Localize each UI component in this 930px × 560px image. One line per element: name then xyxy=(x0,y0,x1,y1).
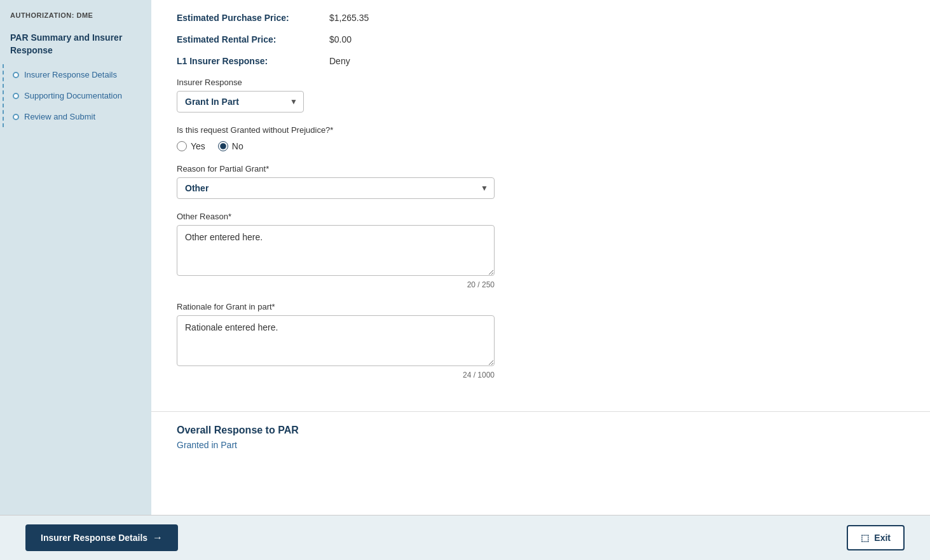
reason-partial-grant-label: Reason for Partial Grant* xyxy=(177,164,698,174)
rationale-textarea[interactable]: Rationale entered here. xyxy=(177,315,495,366)
radio-no-label[interactable]: No xyxy=(218,141,243,151)
sidebar-item-review-and-submit[interactable]: Review and Submit xyxy=(13,106,151,127)
radio-no-text: No xyxy=(232,141,243,151)
exit-button[interactable]: ⬚ Exit xyxy=(847,525,905,550)
overall-response-value: Granted in Part xyxy=(177,440,905,450)
granted-without-prejudice-question: Is this request Granted without Prejudic… xyxy=(177,125,698,135)
sidebar-item-label: Insurer Response Details xyxy=(24,70,117,79)
estimated-rental-price-label: Estimated Rental Price: xyxy=(177,34,317,44)
radio-group: Yes No xyxy=(177,141,698,151)
nav-dot xyxy=(13,72,19,78)
sidebar-main-item: PAR Summary and Insurer Response xyxy=(10,29,141,59)
estimated-rental-price-value: $0.00 xyxy=(329,34,352,44)
granted-without-prejudice-group: Is this request Granted without Prejudic… xyxy=(177,125,698,151)
arrow-right-icon: → xyxy=(153,532,163,543)
other-reason-label: Other Reason* xyxy=(177,212,698,221)
insurer-response-label: Insurer Response xyxy=(177,78,698,87)
l1-insurer-response-row: L1 Insurer Response: Deny xyxy=(177,56,698,66)
radio-yes[interactable] xyxy=(177,141,187,151)
exit-icon: ⬚ xyxy=(861,533,869,543)
radio-yes-text: Yes xyxy=(191,141,205,151)
other-reason-char-count: 20 / 250 xyxy=(177,280,495,289)
sidebar-item-supporting-documentation[interactable]: Supporting Documentation xyxy=(13,85,151,106)
sidebar-item-label: Review and Submit xyxy=(24,112,95,121)
rationale-label: Rationale for Grant in part* xyxy=(177,302,698,311)
l1-insurer-response-value: Deny xyxy=(329,56,350,66)
sidebar-header: AUTHORIZATION: DME xyxy=(0,8,151,25)
sidebar-item-label: Supporting Documentation xyxy=(24,91,122,100)
estimated-purchase-price-value: $1,265.35 xyxy=(329,13,369,23)
insurer-response-select-wrapper: Grant In Part Grant Deny ▼ xyxy=(177,91,304,113)
reason-partial-grant-group: Reason for Partial Grant* Other Medical … xyxy=(177,164,698,199)
main-content: Estimated Purchase Price: $1,265.35 Esti… xyxy=(151,0,930,515)
estimated-purchase-price-row: Estimated Purchase Price: $1,265.35 xyxy=(177,13,698,23)
reason-partial-grant-select[interactable]: Other Medical Necessity Plan Limitation xyxy=(177,177,495,199)
radio-yes-label[interactable]: Yes xyxy=(177,141,205,151)
other-reason-textarea[interactable]: Other entered here. xyxy=(177,225,495,276)
exit-button-label: Exit xyxy=(874,533,891,543)
sidebar: AUTHORIZATION: DME PAR Summary and Insur… xyxy=(0,0,151,515)
overall-response-section: Overall Response to PAR Granted in Part xyxy=(151,411,930,463)
insurer-response-group: Insurer Response Grant In Part Grant Den… xyxy=(177,78,698,113)
reason-partial-grant-select-wrapper: Other Medical Necessity Plan Limitation … xyxy=(177,177,495,199)
overall-response-title: Overall Response to PAR xyxy=(177,425,905,436)
insurer-response-details-button[interactable]: Insurer Response Details → xyxy=(25,524,178,551)
rationale-group: Rationale for Grant in part* Rationale e… xyxy=(177,302,698,379)
estimated-rental-price-row: Estimated Rental Price: $0.00 xyxy=(177,34,698,44)
nav-dot xyxy=(13,114,19,120)
insurer-response-select[interactable]: Grant In Part Grant Deny xyxy=(177,91,304,113)
sidebar-item-insurer-response-details[interactable]: Insurer Response Details xyxy=(13,64,151,85)
footer: Insurer Response Details → ⬚ Exit xyxy=(0,515,930,560)
rationale-char-count: 24 / 1000 xyxy=(177,371,495,379)
radio-no[interactable] xyxy=(218,141,228,151)
nav-dot xyxy=(13,93,19,99)
estimated-purchase-price-label: Estimated Purchase Price: xyxy=(177,13,317,23)
insurer-response-details-button-label: Insurer Response Details xyxy=(41,533,147,543)
other-reason-group: Other Reason* Other entered here. 20 / 2… xyxy=(177,212,698,289)
l1-insurer-response-label: L1 Insurer Response: xyxy=(177,56,317,66)
